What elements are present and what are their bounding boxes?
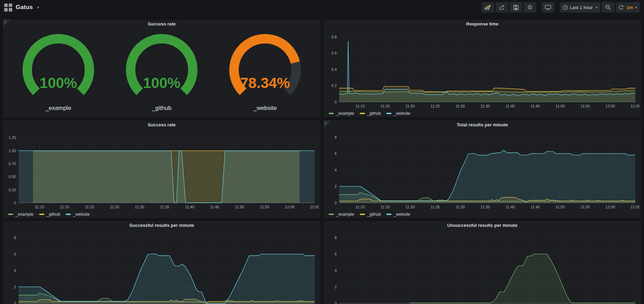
- save-icon: [513, 5, 519, 10]
- settings-button[interactable]: ⚙: [524, 2, 536, 13]
- svg-text:2: 2: [335, 285, 337, 289]
- svg-text:11:50: 11:50: [235, 205, 244, 209]
- svg-text:8: 8: [335, 236, 337, 240]
- legend-item-website[interactable]: _website: [386, 212, 410, 217]
- panel-title[interactable]: Success rate: [3, 120, 320, 129]
- panel-title[interactable]: Successful results per minute: [3, 221, 320, 230]
- chart-area[interactable]: 11:1011:1511:2011:2511:3011:3511:4011:45…: [3, 129, 320, 210]
- panel-title[interactable]: Success rate: [3, 20, 320, 29]
- unsuccessful-results-chart[interactable]: 11:1011:1511:2011:2511:3011:3511:4011:45…: [325, 230, 639, 304]
- legend-item-example[interactable]: _example: [329, 111, 354, 116]
- svg-text:12:00: 12:00: [285, 205, 295, 209]
- dashboard-title-button[interactable]: Gatus ▾: [4, 3, 39, 12]
- legend-label: _github: [46, 212, 60, 217]
- legend-swatch: [329, 214, 334, 215]
- panel-total-results: i Total results per minute 11:1011:1511:…: [324, 120, 641, 218]
- svg-text:1.25: 1.25: [9, 135, 16, 140]
- svg-text:100%: 100%: [39, 75, 77, 91]
- legend-swatch: [66, 214, 71, 215]
- legend-swatch: [39, 214, 44, 215]
- refresh-picker[interactable]: 1m ▾: [616, 2, 640, 13]
- panel-title[interactable]: Response time: [324, 20, 641, 29]
- gauge-label: _github: [152, 105, 171, 112]
- legend-item-github[interactable]: _github: [39, 212, 60, 217]
- gauge-arc: 100%: [118, 32, 206, 104]
- svg-text:11:30: 11:30: [455, 104, 465, 108]
- panel-successful-results: Successful results per minute 11:1011:15…: [3, 221, 320, 304]
- svg-text:0: 0: [335, 301, 337, 304]
- svg-text:11:15: 11:15: [60, 205, 69, 209]
- svg-text:11:10: 11:10: [356, 104, 365, 108]
- gauge-group: 100% _example 100% _github 78.34% _websi…: [3, 29, 320, 117]
- zoom-out-icon: [605, 5, 611, 10]
- legend-item-example[interactable]: _example: [8, 212, 34, 217]
- chart-area[interactable]: 11:1011:1511:2011:2511:3011:3511:4011:45…: [324, 129, 641, 210]
- legend-swatch: [386, 214, 391, 215]
- svg-text:11:20: 11:20: [405, 205, 415, 209]
- panel-title[interactable]: Unsuccessful results per minute: [324, 221, 641, 230]
- successful-results-chart[interactable]: 11:1011:1511:2011:2511:3011:3511:4011:45…: [5, 230, 319, 304]
- svg-text:11:20: 11:20: [405, 104, 415, 108]
- legend-item-github[interactable]: _github: [360, 111, 381, 116]
- legend-label: _website: [394, 111, 410, 116]
- gauge-arc: 78.34%: [221, 32, 309, 104]
- legend-item-example[interactable]: _example: [329, 212, 354, 217]
- panel-unsuccessful-results: Unsuccessful results per minute 11:1011:…: [324, 221, 641, 304]
- legend-item-github[interactable]: _github: [360, 212, 381, 217]
- svg-text:0: 0: [335, 201, 337, 205]
- svg-text:8: 8: [14, 236, 16, 240]
- tv-mode-button[interactable]: [542, 2, 554, 13]
- panel-info-icon[interactable]: i: [3, 20, 11, 27]
- chart-area[interactable]: 11:1011:1511:2011:2511:3011:3511:4011:45…: [324, 29, 641, 110]
- panel-title[interactable]: Total results per minute: [324, 120, 641, 129]
- svg-text:100%: 100%: [143, 75, 180, 91]
- svg-text:1.00: 1.00: [9, 149, 16, 153]
- share-button[interactable]: [496, 2, 508, 13]
- svg-text:0.25: 0.25: [9, 188, 16, 192]
- svg-text:0.6: 0.6: [331, 51, 337, 55]
- svg-text:11:25: 11:25: [110, 205, 119, 209]
- refresh-interval-label: 1m: [627, 5, 633, 10]
- legend-swatch: [8, 214, 13, 215]
- chart-legend: _example_github_website: [3, 210, 320, 218]
- svg-text:6: 6: [14, 252, 16, 256]
- legend-swatch: [360, 113, 365, 114]
- svg-text:11:45: 11:45: [210, 205, 219, 209]
- legend-label: _example: [336, 212, 354, 217]
- svg-text:12:05: 12:05: [310, 205, 319, 209]
- svg-text:11:45: 11:45: [530, 104, 540, 108]
- svg-text:4: 4: [335, 168, 337, 172]
- grafana-logo-icon[interactable]: [4, 3, 12, 12]
- success-rate-chart[interactable]: 11:1011:1511:2011:2511:3011:3511:4011:45…: [5, 129, 319, 210]
- svg-text:0.4: 0.4: [331, 67, 337, 72]
- navbar: Gatus ▾: [0, 0, 644, 15]
- legend-item-website[interactable]: _website: [66, 212, 89, 217]
- response-time-chart[interactable]: 11:1011:1511:2011:2511:3011:3511:4011:45…: [325, 29, 639, 110]
- chart-area[interactable]: 11:1011:1511:2011:2511:3011:3511:4011:45…: [324, 230, 641, 304]
- svg-text:11:35: 11:35: [160, 205, 169, 209]
- zoom-out-button[interactable]: [602, 2, 614, 13]
- svg-text:0.75: 0.75: [9, 162, 16, 166]
- svg-text:6: 6: [335, 252, 337, 256]
- chart-area[interactable]: 11:1011:1511:2011:2511:3011:3511:4011:45…: [3, 230, 320, 304]
- save-button[interactable]: [510, 2, 522, 13]
- total-results-chart[interactable]: 11:1011:1511:2011:2511:3011:3511:4011:45…: [325, 129, 639, 210]
- svg-text:11:20: 11:20: [85, 205, 94, 209]
- svg-text:11:30: 11:30: [135, 205, 144, 209]
- add-panel-button[interactable]: [482, 2, 494, 13]
- svg-text:11:35: 11:35: [481, 205, 490, 209]
- svg-text:11:55: 11:55: [260, 205, 269, 209]
- panel-info-icon[interactable]: i: [324, 120, 331, 128]
- svg-text:11:25: 11:25: [431, 205, 440, 209]
- svg-text:0.50: 0.50: [9, 175, 16, 179]
- add-panel-icon: [484, 5, 491, 10]
- svg-text:11:15: 11:15: [380, 205, 390, 209]
- panel-response-time: Response time 11:1011:1511:2011:2511:301…: [324, 20, 641, 117]
- gauge-label: _website: [253, 105, 277, 112]
- gauge-website: 78.34% _website: [221, 32, 309, 112]
- dashboard-title[interactable]: Gatus: [16, 4, 33, 11]
- time-range-picker[interactable]: Last 1 hour ▾: [560, 2, 600, 13]
- legend-item-website[interactable]: _website: [386, 111, 410, 116]
- svg-text:11:40: 11:40: [506, 104, 515, 108]
- gear-icon: ⚙: [527, 5, 532, 10]
